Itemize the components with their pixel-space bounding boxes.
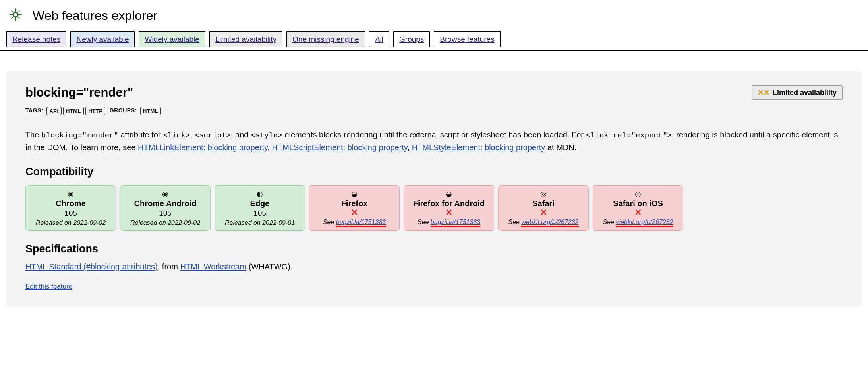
feature-card: blocking="render" ✕✕ Limited availabilit… <box>6 71 862 307</box>
safari-icon: ◎ <box>596 190 680 198</box>
browser-version: 105 <box>124 209 207 218</box>
desc-code: <link rel="expect"> <box>586 131 672 140</box>
mdn-link-htmlstyleelement[interactable]: HTMLStyleElement: blocking property <box>412 143 545 152</box>
chrome-icon: ◉ <box>29 190 112 198</box>
unsupported-icon: ✕ <box>407 208 491 217</box>
groups-label: GROUPS: <box>110 107 137 114</box>
desc-code: <script> <box>195 131 231 140</box>
availability-label: Limited availability <box>773 89 837 97</box>
bug-link[interactable]: webkit.org/b/267232 <box>521 219 578 227</box>
bug-link[interactable]: webkit.org/b/267232 <box>616 219 673 227</box>
desc-text: , <box>408 143 412 152</box>
unsupported-icon: ✕ <box>502 208 585 217</box>
safari-icon: ◎ <box>502 190 585 198</box>
compat-chrome-android: ◉ Chrome Android 105 Released on 2022-09… <box>120 185 211 231</box>
desc-text: The <box>25 130 41 139</box>
tag-api[interactable]: API <box>46 107 61 115</box>
tag-http[interactable]: HTTP <box>85 107 105 115</box>
logo-icon <box>7 6 24 25</box>
bug-link-row: See bugzil.la/1751383 <box>407 219 491 226</box>
browser-release-date: Released on 2022-09-01 <box>218 219 302 226</box>
bug-link[interactable]: bugzil.la/1751383 <box>431 219 480 227</box>
desc-code: <style> <box>251 131 282 140</box>
browser-name: Safari on iOS <box>596 199 680 208</box>
browser-name: Chrome Android <box>124 199 207 208</box>
desc-text: , and <box>231 130 251 139</box>
edge-icon: ◐ <box>218 190 302 198</box>
nav-one-missing-engine[interactable]: One missing engine <box>286 31 365 47</box>
spec-text: , from <box>158 262 180 271</box>
desc-text: attribute for <box>118 130 163 139</box>
tags-label: TAGS: <box>25 107 43 114</box>
nav-widely-available[interactable]: Widely available <box>139 31 205 47</box>
bug-link-row: See bugzil.la/1751383 <box>313 219 396 226</box>
spec-line: HTML Standard (#blocking-attributes), fr… <box>25 262 843 271</box>
nav-browse-features[interactable]: Browse features <box>434 31 500 47</box>
browser-name: Firefox <box>313 199 396 208</box>
browser-version: 105 <box>29 209 112 218</box>
bug-link-row: See webkit.org/b/267232 <box>502 219 585 226</box>
nav-release-notes[interactable]: Release notes <box>6 31 66 47</box>
nav-all[interactable]: All <box>369 31 389 47</box>
compat-safari-ios: ◎ Safari on iOS ✕ See webkit.org/b/26723… <box>593 185 683 231</box>
browser-name: Firefox for Android <box>407 199 491 208</box>
limited-availability-icon: ✕✕ <box>758 88 769 97</box>
compatibility-grid: ◉ Chrome 105 Released on 2022-09-02 ◉ Ch… <box>25 185 843 231</box>
tag-html[interactable]: HTML <box>63 107 84 115</box>
group-html[interactable]: HTML <box>140 107 161 115</box>
browser-name: Safari <box>502 199 585 208</box>
desc-text: , <box>268 143 272 152</box>
svg-point-0 <box>13 12 18 17</box>
nav-groups[interactable]: Groups <box>393 31 430 47</box>
nav-newly-available[interactable]: Newly available <box>70 31 135 47</box>
bug-link-row: See webkit.org/b/267232 <box>596 219 680 226</box>
compat-safari: ◎ Safari ✕ See webkit.org/b/267232 <box>498 185 589 231</box>
tag-row: TAGS: API HTML HTTP GROUPS: HTML <box>25 107 843 115</box>
specifications-heading: Specifications <box>25 243 843 255</box>
feature-description: The blocking="render" attribute for <lin… <box>25 129 843 154</box>
browser-release-date: Released on 2022-09-02 <box>124 219 207 226</box>
mdn-link-htmlscriptelement[interactable]: HTMLScriptElement: blocking property <box>272 143 408 152</box>
mdn-link-htmllinkelement[interactable]: HTMLLinkElement: blocking property <box>138 143 267 152</box>
compat-firefox-android: ◒ Firefox for Android ✕ See bugzil.la/17… <box>404 185 494 231</box>
site-header: Web features explorer <box>0 0 868 31</box>
compat-edge: ◐ Edge 105 Released on 2022-09-01 <box>215 185 305 231</box>
compat-firefox: ◒ Firefox ✕ See bugzil.la/1751383 <box>309 185 400 231</box>
desc-code: <link> <box>163 131 190 140</box>
compat-chrome: ◉ Chrome 105 Released on 2022-09-02 <box>25 185 116 231</box>
unsupported-icon: ✕ <box>313 208 396 217</box>
availability-badge: ✕✕ Limited availability <box>752 85 843 100</box>
chrome-icon: ◉ <box>124 190 207 198</box>
edit-feature-link[interactable]: Edit this feature <box>25 283 72 290</box>
compatibility-heading: Compatibility <box>25 166 843 178</box>
unsupported-icon: ✕ <box>596 208 680 217</box>
browser-name: Edge <box>218 199 302 208</box>
site-title: Web features explorer <box>33 8 157 23</box>
nav-limited-availability[interactable]: Limited availability <box>209 31 282 47</box>
browser-version: 105 <box>218 209 302 218</box>
bug-link[interactable]: bugzil.la/1751383 <box>336 219 386 227</box>
firefox-icon: ◒ <box>407 190 491 198</box>
nav-bar: Release notes Newly available Widely ava… <box>0 31 868 51</box>
spec-link[interactable]: HTML Standard (#blocking-attributes) <box>25 262 158 271</box>
browser-name: Chrome <box>29 199 112 208</box>
desc-code: blocking="render" <box>41 131 118 140</box>
spec-workstream-link[interactable]: HTML Workstream <box>180 262 246 271</box>
feature-title: blocking="render" <box>25 85 133 100</box>
firefox-icon: ◒ <box>313 190 396 198</box>
desc-text: at MDN. <box>545 143 576 152</box>
spec-text: (WHATWG). <box>246 262 292 271</box>
desc-text: elements blocks rendering until the exte… <box>282 130 586 139</box>
browser-release-date: Released on 2022-09-02 <box>29 219 112 226</box>
desc-text: , <box>190 130 195 139</box>
